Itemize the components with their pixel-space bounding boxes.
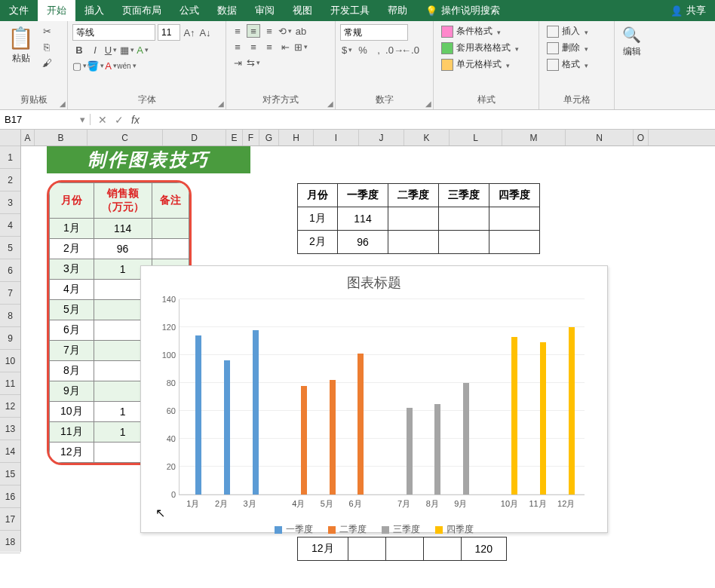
person-icon: 👤: [671, 5, 683, 17]
name-box[interactable]: ▾: [0, 114, 91, 125]
group-number: 数字: [340, 92, 428, 109]
dialog-launcher-icon[interactable]: ◢: [218, 100, 224, 108]
font-name-input[interactable]: [72, 24, 155, 41]
row-headers: 123456789101112131415161718: [0, 130, 21, 552]
italic-button[interactable]: I: [88, 43, 102, 57]
paste-button[interactable]: 📋 粘贴: [5, 24, 37, 66]
share-button[interactable]: 👤共享: [661, 0, 715, 21]
chart[interactable]: 图表标题 020406080100120140 1月2月3月4月5月6月7月8月…: [140, 265, 608, 533]
phonetic-icon[interactable]: wén: [120, 59, 133, 72]
dec-decimal-icon[interactable]: ←.0: [404, 43, 417, 57]
lightbulb-icon: 💡: [425, 5, 437, 17]
chart-plot: 020406080100120140: [179, 299, 585, 495]
tab-review[interactable]: 审阅: [246, 0, 284, 21]
group-clipboard: 剪贴板: [5, 92, 63, 109]
group-align: 对齐方式: [231, 92, 330, 109]
inc-decimal-icon[interactable]: .0→: [388, 43, 401, 57]
title-banner: 制作图表技巧: [47, 146, 250, 173]
tell-me[interactable]: 💡操作说明搜索: [416, 0, 509, 21]
chart-legend: 一季度二季度三季度四季度: [149, 523, 600, 536]
tab-help[interactable]: 帮助: [379, 0, 416, 21]
group-font: 字体: [72, 92, 221, 109]
insert-cells-button[interactable]: 插入: [544, 24, 591, 38]
find-button[interactable]: 🔍编辑: [619, 24, 644, 60]
tab-dev[interactable]: 开发工具: [321, 0, 379, 21]
cond-format-button[interactable]: 条件格式: [438, 24, 504, 38]
borders-icon[interactable]: ▢: [72, 59, 86, 72]
cell-style-button[interactable]: 单元格样式: [438, 57, 513, 72]
comma-icon[interactable]: ,: [372, 43, 385, 57]
align-left-icon[interactable]: ≡: [231, 40, 244, 54]
tab-layout[interactable]: 页面布局: [113, 0, 170, 21]
fx-icon[interactable]: fx: [131, 114, 140, 126]
currency-icon[interactable]: $: [340, 43, 354, 57]
column-headers: ABCDEFGHIJKLMNO: [21, 130, 715, 146]
percent-icon[interactable]: %: [356, 43, 370, 57]
tab-formulas[interactable]: 公式: [170, 0, 208, 21]
decrease-font-icon[interactable]: A↓: [198, 26, 212, 39]
increase-font-icon[interactable]: A↑: [183, 26, 196, 39]
enter-icon[interactable]: ✓: [115, 114, 124, 126]
chart-xlabels: 1月2月3月4月5月6月7月8月9月10月11月12月: [179, 498, 585, 510]
indent-inc-icon[interactable]: ⇥: [231, 56, 244, 69]
dialog-launcher-icon[interactable]: ◢: [60, 100, 66, 108]
align-top-icon[interactable]: ≡: [231, 24, 244, 38]
group-styles: 样式: [438, 92, 534, 109]
copy-icon[interactable]: ⎘: [40, 40, 54, 54]
group-cells: 单元格: [544, 92, 609, 109]
border-button[interactable]: ▦: [120, 43, 133, 57]
grid-area[interactable]: 123456789101112131415161718 ABCDEFGHIJKL…: [0, 130, 715, 552]
bottom-table[interactable]: 12月120: [297, 537, 507, 561]
titlebar: 文件 开始 插入 页面布局 公式 数据 审阅 视图 开发工具 帮助 💡操作说明搜…: [0, 0, 715, 21]
dialog-launcher-icon[interactable]: ◢: [425, 100, 431, 108]
ribbon: 📋 粘贴 ✂ ⎘ 🖌 剪贴板 ◢ A↑ A↓ B I U ▦: [0, 21, 715, 110]
formula-bar: ▾ ✕ ✓ fx: [0, 110, 715, 130]
table-format-button[interactable]: 套用表格格式: [438, 41, 522, 55]
cancel-icon[interactable]: ✕: [98, 114, 107, 126]
orientation-icon[interactable]: ⟲: [278, 24, 292, 38]
tab-home[interactable]: 开始: [38, 0, 75, 21]
number-format[interactable]: [340, 24, 408, 41]
indent-dec-icon[interactable]: ⇤: [278, 40, 292, 54]
bold-button[interactable]: B: [72, 43, 86, 57]
tab-insert[interactable]: 插入: [75, 0, 113, 21]
rtl-icon[interactable]: ⇆: [247, 56, 260, 69]
tab-view[interactable]: 视图: [284, 0, 321, 21]
chart-title: 图表标题: [149, 274, 600, 292]
dialog-launcher-icon[interactable]: ◢: [327, 100, 333, 108]
format-cells-button[interactable]: 格式: [544, 57, 591, 72]
tab-data[interactable]: 数据: [208, 0, 246, 21]
cut-icon[interactable]: ✂: [40, 24, 54, 38]
merge-icon[interactable]: ⊞: [294, 40, 308, 54]
tab-file[interactable]: 文件: [0, 0, 38, 21]
quarter-table[interactable]: 月份一季度二季度三季度四季度1月1142月96: [297, 183, 540, 254]
fill-color-icon[interactable]: 🪣: [88, 59, 102, 72]
font-grow-icon[interactable]: A: [136, 43, 149, 57]
underline-button[interactable]: U: [104, 43, 118, 57]
delete-cells-button[interactable]: 删除: [544, 41, 591, 55]
font-color-icon[interactable]: A: [104, 59, 118, 72]
format-painter-icon[interactable]: 🖌: [40, 56, 54, 69]
align-bottom-icon[interactable]: ≡: [262, 24, 276, 38]
align-center-icon[interactable]: ≡: [247, 40, 260, 54]
font-size-input[interactable]: [158, 24, 180, 41]
align-right-icon[interactable]: ≡: [262, 40, 276, 54]
wrap-text-icon[interactable]: ab: [294, 24, 308, 38]
align-middle-icon[interactable]: ≡: [247, 24, 260, 38]
